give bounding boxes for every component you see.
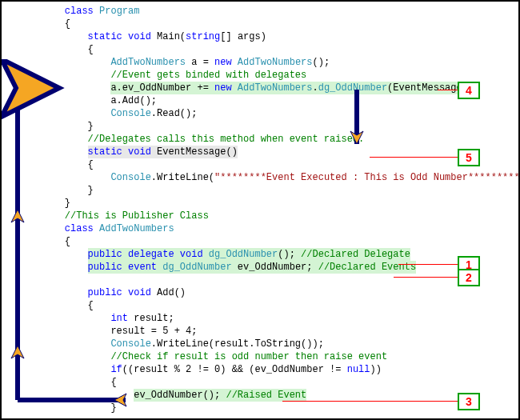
- line-to-4: [438, 90, 458, 90]
- code-editor: class Program { static void Main(string[…: [2, 2, 518, 418]
- event-binding-highlight: a.ev_OddNumber += new AddTwoNumbers.dg_O…: [110, 82, 474, 94]
- event-handler-highlight: static void EventMessage(): [88, 146, 238, 158]
- callout-2: 2: [458, 269, 480, 286]
- callout-5: 5: [458, 149, 480, 166]
- delegate-declaration-highlight: public delegate void dg_OddNumber(); //D…: [88, 248, 410, 261]
- line-to-2: [394, 277, 458, 278]
- raise-event-highlight: ev_OddNumber(); //Raised Event: [134, 389, 306, 402]
- event-declaration-highlight: public event dg_OddNumber ev_OddNumber; …: [88, 261, 417, 274]
- line-to-1: [398, 264, 458, 265]
- callout-3: 3: [458, 393, 480, 410]
- line-to-3: [282, 401, 458, 402]
- line-to-5: [370, 157, 458, 158]
- callout-4: 4: [458, 82, 480, 99]
